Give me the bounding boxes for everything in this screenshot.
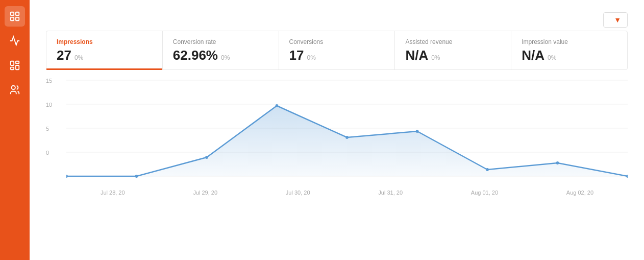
- main-content: ▼ Impressions 27 0% Conversion rate 62.9…: [30, 0, 644, 260]
- svg-rect-3: [16, 17, 19, 20]
- date-range-picker[interactable]: ▼: [603, 12, 628, 28]
- svg-point-16: [135, 175, 138, 178]
- svg-rect-0: [11, 12, 14, 15]
- svg-point-18: [276, 104, 279, 107]
- stat-value-row: 27 0%: [57, 48, 152, 63]
- stat-card-impressions[interactable]: Impressions 27 0%: [46, 31, 163, 69]
- chart-x-label: Aug 01, 20: [471, 190, 498, 196]
- svg-marker-14: [66, 106, 628, 176]
- svg-point-20: [416, 130, 419, 133]
- stat-value-row: 62.96% 0%: [173, 48, 268, 63]
- chart-x-label: Jul 29, 20: [193, 190, 217, 196]
- stat-card-conversions[interactable]: Conversions 17 0%: [279, 31, 395, 69]
- svg-rect-4: [11, 61, 14, 65]
- svg-rect-7: [11, 67, 14, 70]
- stat-value-row: N/A 0%: [405, 48, 501, 63]
- svg-rect-6: [16, 65, 19, 69]
- stat-card-assisted-revenue[interactable]: Assisted revenue N/A 0%: [395, 31, 511, 69]
- svg-rect-1: [16, 12, 19, 15]
- chart-x-labels: Jul 28, 20Jul 29, 20Jul 30, 20Jul 31, 20…: [46, 190, 628, 196]
- stat-value-row: 17 0%: [289, 48, 385, 63]
- chart-area: 15 10 5 0 Jul 28, 20Jul 29, 20Jul 30, 20…: [46, 70, 628, 260]
- sidebar-icon-dashboard[interactable]: [5, 55, 25, 76]
- chart-x-label: Aug 02, 20: [566, 190, 593, 196]
- svg-rect-5: [16, 61, 19, 64]
- stat-value: N/A: [405, 48, 428, 63]
- stat-change: 0%: [548, 54, 556, 61]
- svg-point-23: [626, 175, 628, 178]
- stat-change: 0%: [75, 54, 83, 61]
- stat-change: 0%: [307, 54, 316, 61]
- svg-point-19: [345, 136, 349, 139]
- stat-value: 27: [57, 48, 71, 63]
- stat-label: Impressions: [57, 38, 152, 45]
- stat-label: Impression value: [522, 38, 617, 45]
- stat-change: 0%: [431, 54, 440, 61]
- svg-point-22: [556, 161, 559, 164]
- stat-label: Assisted revenue: [405, 38, 501, 45]
- stat-value: 17: [289, 48, 304, 63]
- svg-point-15: [66, 175, 68, 178]
- stat-value: N/A: [522, 48, 544, 63]
- chart-x-label: Jul 28, 20: [101, 190, 125, 196]
- chart-x-label: Jul 31, 20: [378, 190, 403, 196]
- y-label-10: 10: [46, 102, 52, 108]
- sidebar-icon-users[interactable]: [5, 80, 25, 100]
- header-row: ▼: [46, 12, 628, 28]
- y-label-0: 0: [46, 150, 49, 156]
- stat-label: Conversion rate: [173, 38, 268, 45]
- sidebar-icon-grid[interactable]: [5, 6, 25, 27]
- y-label-15: 15: [46, 78, 52, 84]
- svg-point-8: [12, 86, 15, 89]
- chart-x-label: Jul 30, 20: [286, 190, 310, 196]
- stat-card-impression-value[interactable]: Impression value N/A 0%: [511, 31, 627, 69]
- line-chart: 15 10 5 0: [46, 75, 628, 187]
- svg-point-21: [486, 168, 489, 171]
- stat-change: 0%: [221, 54, 230, 61]
- stat-value-row: N/A 0%: [522, 48, 617, 63]
- stats-row: Impressions 27 0% Conversion rate 62.96%…: [46, 31, 628, 70]
- y-label-5: 5: [46, 126, 49, 132]
- chevron-down-icon: ▼: [614, 16, 621, 24]
- svg-rect-2: [11, 17, 14, 20]
- stat-value: 62.96%: [173, 48, 218, 63]
- stat-card-conversion-rate[interactable]: Conversion rate 62.96% 0%: [163, 31, 279, 69]
- sidebar: [0, 0, 30, 260]
- stat-label: Conversions: [289, 38, 385, 45]
- svg-point-17: [205, 156, 208, 159]
- sidebar-icon-chart[interactable]: [5, 31, 25, 51]
